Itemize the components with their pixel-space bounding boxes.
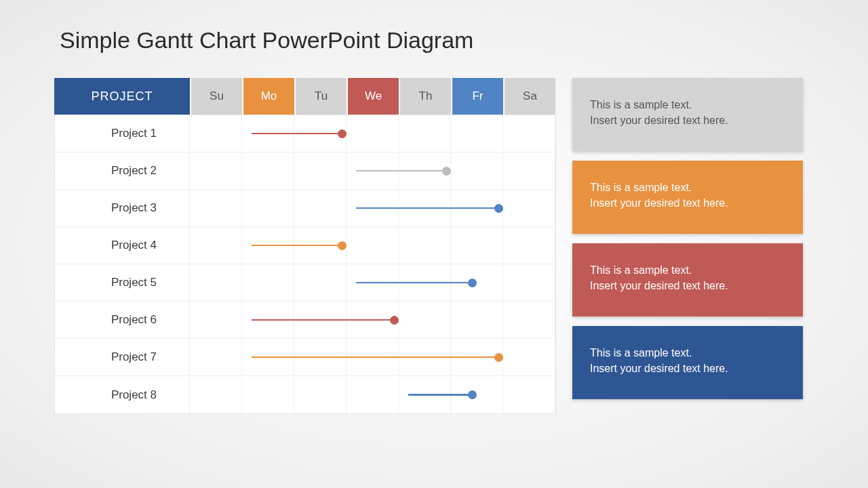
gantt-bar-line [252, 245, 339, 247]
day-cell [503, 152, 555, 189]
day-header-su: Su [190, 78, 242, 115]
gantt-row-track [190, 302, 555, 338]
gantt-bar-endpoint-icon [442, 167, 451, 176]
side-text-box: This is a sample text.Insert your desire… [572, 326, 803, 399]
project-label: Project 1 [55, 115, 190, 152]
day-header-fr: Fr [451, 78, 503, 115]
gantt-row-track [190, 264, 555, 301]
gantt-bar [252, 315, 399, 325]
gantt-bar-line [252, 357, 496, 359]
day-cell [451, 227, 503, 264]
day-cell [294, 376, 347, 413]
gantt-bar-endpoint-icon [390, 316, 399, 325]
day-header-tu: Tu [294, 78, 347, 115]
project-column-header: PROJECT [54, 78, 190, 115]
day-cell [451, 115, 503, 152]
gantt-bar [356, 278, 477, 287]
side-box-line2: Insert your desired text here. [590, 278, 785, 293]
side-box-line1: This is a sample text. [590, 262, 785, 278]
day-cell [190, 339, 242, 375]
day-cell [242, 264, 294, 301]
day-cell [242, 376, 294, 413]
day-cell [451, 302, 503, 338]
gantt-row: Project 8 [55, 376, 555, 413]
day-cell [242, 190, 294, 226]
gantt-bar [356, 203, 503, 213]
day-cell [503, 115, 555, 152]
gantt-row: Project 3 [55, 190, 555, 227]
gantt-bar-line [252, 319, 391, 321]
gantt-row: Project 5 [55, 264, 555, 302]
side-box-line1: This is a sample text. [590, 97, 785, 113]
project-label: Project 5 [55, 264, 190, 301]
gantt-bar [252, 129, 347, 138]
day-cell [503, 190, 555, 226]
day-cell [399, 227, 451, 264]
gantt-row-track [190, 376, 555, 413]
side-text-box: This is a sample text.Insert your desire… [572, 161, 803, 234]
day-cell [347, 227, 399, 264]
day-cell [190, 227, 242, 264]
project-label: Project 6 [55, 302, 190, 338]
gantt-row-track [190, 227, 555, 264]
gantt-bar [252, 241, 347, 250]
gantt-bar-line [252, 133, 339, 135]
project-label: Project 4 [55, 227, 190, 264]
gantt-bar-line [356, 207, 496, 209]
gantt-body: Project 1Project 2Project 3Project 4Proj… [54, 115, 556, 414]
day-cell [190, 376, 242, 413]
side-box-line1: This is a sample text. [590, 180, 785, 195]
gantt-bar [356, 166, 451, 176]
day-header-mo: Mo [242, 78, 294, 115]
day-cell [503, 339, 555, 375]
day-cell [190, 152, 242, 189]
project-label: Project 7 [55, 339, 190, 375]
side-panel: This is a sample text.Insert your desire… [572, 78, 803, 414]
gantt-row-track [190, 115, 555, 152]
gantt-bar [252, 352, 503, 362]
gantt-bar-line [356, 282, 470, 284]
day-cell [190, 190, 242, 226]
day-cell [503, 302, 555, 338]
gantt-row-track [190, 190, 555, 226]
side-box-line2: Insert your desired text here. [590, 195, 785, 211]
project-label: Project 3 [55, 190, 190, 226]
day-cell [294, 152, 347, 189]
gantt-chart: PROJECT Su Mo Tu We Th Fr Sa Project 1Pr… [54, 78, 556, 414]
gantt-row: Project 7 [55, 339, 555, 376]
gantt-bar [408, 390, 477, 400]
day-cell [294, 190, 347, 226]
page-title: Simple Gantt Chart PowerPoint Diagram [60, 27, 814, 54]
side-text-box: This is a sample text.Insert your desire… [572, 78, 803, 151]
day-cell [347, 376, 399, 413]
gantt-bar-endpoint-icon [338, 129, 347, 138]
day-header-sa: Sa [503, 78, 555, 115]
day-cell [190, 302, 242, 338]
gantt-row: Project 1 [55, 115, 555, 152]
gantt-bar-endpoint-icon [468, 279, 477, 287]
gantt-bar-endpoint-icon [468, 390, 477, 399]
day-cell [503, 264, 555, 301]
gantt-bar-line [408, 394, 470, 396]
gantt-bar-endpoint-icon [494, 204, 503, 213]
day-header-th: Th [399, 78, 451, 115]
day-cell [190, 115, 242, 152]
day-cell [503, 376, 555, 413]
side-text-box: This is a sample text.Insert your desire… [572, 243, 803, 317]
side-box-line1: This is a sample text. [590, 345, 785, 361]
gantt-row-track [190, 152, 555, 189]
day-cell [242, 152, 294, 189]
gantt-row: Project 4 [55, 227, 555, 264]
side-box-line2: Insert your desired text here. [590, 361, 785, 376]
gantt-bar-endpoint-icon [338, 241, 347, 250]
day-cell [347, 115, 399, 152]
day-cell [451, 152, 503, 189]
gantt-row: Project 6 [55, 302, 555, 339]
project-label: Project 2 [55, 152, 190, 189]
gantt-row-track [190, 339, 555, 375]
day-cell [399, 302, 451, 338]
day-cell [294, 264, 347, 301]
gantt-bar-line [356, 170, 443, 172]
project-label: Project 8 [55, 376, 190, 413]
gantt-header: PROJECT Su Mo Tu We Th Fr Sa [54, 78, 556, 115]
